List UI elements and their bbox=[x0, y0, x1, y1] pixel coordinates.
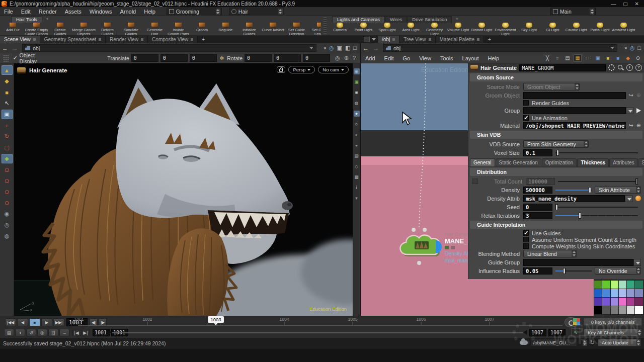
viewport-tool-icon[interactable]: ↻ bbox=[2, 132, 13, 141]
range-end-alt-field[interactable]: 1007 bbox=[548, 329, 566, 336]
camera-menu-pill[interactable]: No cam bbox=[318, 66, 349, 73]
shelf-tool[interactable]: Point Light bbox=[352, 23, 375, 36]
color-swatch[interactable] bbox=[635, 298, 642, 306]
menu-item[interactable]: File bbox=[0, 9, 17, 15]
menu-item[interactable]: Assets bbox=[61, 9, 86, 15]
groom-object-field[interactable] bbox=[523, 92, 626, 99]
path-dropdown-caret-icon[interactable] bbox=[309, 47, 313, 49]
translate-z-field[interactable]: 0 bbox=[190, 54, 217, 62]
maximize-pane-icon[interactable]: □ bbox=[353, 45, 357, 51]
help-icon[interactable]: ? bbox=[635, 64, 642, 71]
viewport-tool-icon[interactable]: Ω bbox=[2, 187, 13, 197]
range-left-icon[interactable]: |◀ bbox=[72, 329, 80, 336]
density-field[interactable]: 500000 bbox=[523, 187, 552, 194]
color-swatch[interactable] bbox=[635, 281, 642, 289]
shelf-tool[interactable]: Initialize Guides bbox=[237, 23, 261, 36]
density-slider[interactable] bbox=[555, 187, 592, 194]
relax-slider[interactable] bbox=[555, 212, 638, 219]
display-toggle-icon[interactable]: ▤ bbox=[354, 153, 360, 159]
update-mode-dropdown[interactable]: Auto Update bbox=[598, 339, 641, 346]
rotate-y-field[interactable]: 0 bbox=[274, 54, 301, 62]
channel-scope-icon[interactable]: ∿ bbox=[571, 328, 580, 336]
network-toolbar-icon[interactable]: ◆ bbox=[624, 54, 632, 62]
desktop-stepper[interactable] bbox=[216, 9, 220, 15]
pane-tab[interactable]: Material Palette bbox=[436, 36, 484, 43]
color-swatch[interactable] bbox=[602, 289, 610, 297]
main-stepper[interactable] bbox=[590, 9, 594, 15]
forward-arrow-icon[interactable]: → bbox=[10, 45, 20, 52]
display-toggle-icon[interactable]: ▣ bbox=[354, 79, 360, 85]
shelf-tool[interactable]: Portal Light bbox=[588, 23, 612, 36]
network-toolbar-icon[interactable]: ■ bbox=[614, 54, 622, 62]
rotate-z-field[interactable]: 0 bbox=[303, 54, 330, 62]
color-swatch[interactable] bbox=[611, 298, 618, 306]
section-groom-source[interactable]: Groom Source bbox=[470, 73, 642, 81]
tick-settings-icon[interactable]: |¦| bbox=[48, 329, 58, 336]
color-swatch[interactable] bbox=[635, 289, 642, 297]
display-toggle-icon[interactable]: ■ bbox=[354, 89, 360, 96]
shelf-tab[interactable]: Drive Simulation bbox=[407, 16, 452, 23]
display-toggle-icon[interactable]: ● bbox=[354, 111, 360, 117]
viewport-tool-icon[interactable]: Ω bbox=[2, 165, 13, 174]
source-mode-dropdown[interactable]: Groom Object bbox=[523, 83, 580, 90]
shelf-tool[interactable]: Simulate Guides bbox=[119, 23, 143, 36]
section-skin-vdb[interactable]: Skin VDB bbox=[470, 131, 642, 139]
shelf-tool[interactable]: Area Light bbox=[399, 23, 423, 36]
network-toolbar-icon[interactable]: ▦ bbox=[574, 54, 582, 62]
param-tab[interactable]: Static Generation bbox=[496, 158, 541, 166]
network-menu-item[interactable]: Tools bbox=[436, 55, 458, 61]
viewport-tool-icon[interactable]: ◆ bbox=[2, 76, 13, 86]
open-chooser-icon[interactable]: ⊕ bbox=[636, 122, 641, 129]
scene-viewport[interactable]: Hair Generate Persp No cam Education Edi… bbox=[14, 63, 353, 316]
viewport-tool-icon[interactable]: ▢ bbox=[2, 143, 13, 152]
network-menu-item[interactable]: Edit bbox=[380, 55, 398, 61]
menu-item[interactable]: Render bbox=[35, 9, 61, 15]
add-pane-tab-button[interactable]: + bbox=[198, 36, 209, 43]
network-toolbar-icon[interactable]: ∷ bbox=[584, 54, 592, 62]
shelf-tool[interactable]: Stereo Camera bbox=[635, 23, 638, 36]
shelf-tool[interactable]: Geometry Light bbox=[423, 23, 446, 36]
close-button[interactable]: ✕ bbox=[635, 1, 639, 7]
key-all-channels-dropdown[interactable]: Key All Channels bbox=[584, 328, 642, 336]
guide-group-field[interactable] bbox=[523, 259, 633, 266]
node-name-field[interactable]: MANE_GROOM bbox=[519, 64, 606, 71]
group-field[interactable] bbox=[523, 107, 626, 114]
select-node-icon[interactable]: ↪ bbox=[629, 92, 633, 99]
link-pane-icon[interactable]: ◎ bbox=[329, 45, 334, 51]
search-icon[interactable] bbox=[617, 64, 624, 71]
group-dropdown-icon[interactable] bbox=[626, 107, 633, 114]
open-chooser-icon[interactable]: ⊕ bbox=[636, 92, 641, 99]
override-dropdown[interactable]: No Override bbox=[595, 267, 641, 275]
display-toggle-icon[interactable]: ◇ bbox=[354, 163, 360, 169]
layout-split-icon[interactable]: ▣ bbox=[337, 45, 342, 51]
shelf-tool[interactable]: Caustic Light bbox=[565, 23, 588, 36]
color-swatch[interactable] bbox=[611, 289, 618, 297]
shelf-tool[interactable]: Add Fur bbox=[1, 23, 25, 36]
section-distribution[interactable]: Distribution bbox=[470, 168, 642, 176]
pane-menu-icon[interactable] bbox=[364, 37, 370, 42]
translate-y-field[interactable]: 0 bbox=[160, 54, 188, 62]
shelf-tab[interactable]: Lights and Cameras bbox=[332, 16, 385, 23]
use-animation-checkbox[interactable] bbox=[523, 115, 529, 121]
shelf-tool[interactable]: Camera bbox=[328, 23, 352, 36]
range-start-field[interactable]: 1001 bbox=[93, 329, 110, 336]
network-toolbar-icon[interactable]: ⊙ bbox=[634, 54, 642, 62]
shelf-divider-grip[interactable] bbox=[324, 17, 327, 34]
add-pane-tab-button[interactable]: + bbox=[484, 36, 495, 43]
audio-icon[interactable]: ◖ bbox=[15, 329, 25, 336]
menu-item[interactable]: Edit bbox=[17, 9, 35, 15]
keyframe-icon[interactable]: ◎ bbox=[335, 55, 340, 61]
translate-x-field[interactable]: 0 bbox=[131, 54, 158, 62]
help-icon[interactable]: ? bbox=[353, 55, 356, 61]
jump-end-button[interactable]: ▶▶| bbox=[53, 318, 64, 326]
guide-group-dropdown-icon[interactable] bbox=[633, 259, 641, 266]
info-icon[interactable]: i bbox=[626, 64, 633, 71]
layout-stack-icon[interactable]: ◧ bbox=[345, 45, 350, 51]
color-swatch[interactable] bbox=[627, 281, 634, 289]
path-field[interactable]: obj bbox=[22, 44, 316, 52]
color-swatch[interactable] bbox=[602, 298, 610, 306]
play-button[interactable]: ▶ bbox=[41, 318, 52, 326]
shelf-tab[interactable]: Hair Tools bbox=[11, 16, 42, 23]
pane-tab[interactable]: Scene View bbox=[0, 36, 40, 43]
viewport-tool-icon[interactable]: ↖ bbox=[2, 99, 13, 108]
